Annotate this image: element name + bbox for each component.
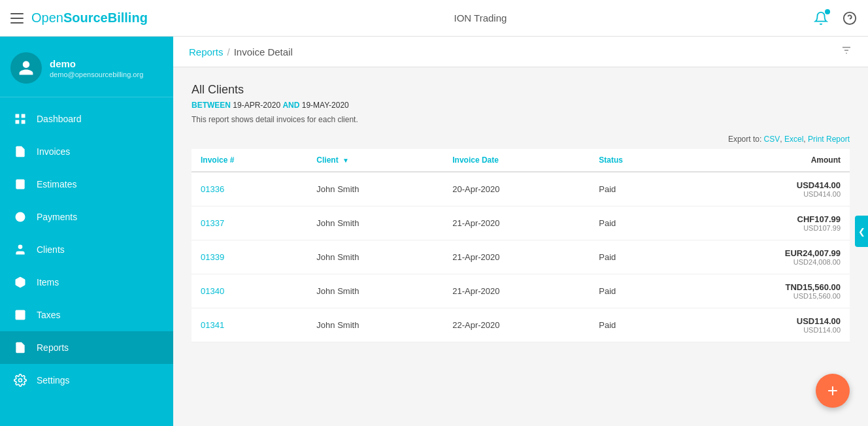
page-company-title: ION Trading bbox=[148, 12, 813, 24]
sidebar: demo demo@opensourcebilling.org Dashboar… bbox=[0, 37, 173, 426]
svg-rect-3 bbox=[22, 114, 25, 118]
sidebar-label-estimates: Estimates bbox=[37, 179, 76, 189]
invoice-date-cell: 21-Apr-2020 bbox=[443, 274, 590, 308]
invoice-date-cell: 20-Apr-2020 bbox=[443, 172, 590, 206]
notification-bell-icon[interactable] bbox=[813, 10, 829, 26]
sidebar-item-estimates[interactable]: Estimates bbox=[0, 168, 173, 201]
sidebar-label-invoices: Invoices bbox=[37, 146, 70, 157]
svg-point-13 bbox=[18, 245, 23, 250]
invoices-icon bbox=[13, 144, 27, 159]
main-content: Reports / Invoice Detail All Clients BET… bbox=[173, 37, 868, 426]
reports-icon bbox=[13, 340, 27, 355]
client-name-cell: John Smith bbox=[307, 206, 443, 240]
fab-add-button[interactable]: + bbox=[816, 374, 850, 408]
export-label: Export to: bbox=[728, 135, 761, 144]
sidebar-item-dashboard[interactable]: Dashboard bbox=[0, 103, 173, 135]
client-name-cell: John Smith bbox=[307, 308, 443, 342]
client-name-cell: John Smith bbox=[307, 172, 443, 206]
settings-icon bbox=[13, 373, 27, 387]
amount-cell: EUR24,007.99 USD24,008.00 bbox=[684, 240, 850, 274]
sidebar-label-dashboard: Dashboard bbox=[37, 114, 82, 124]
and-label: AND bbox=[282, 101, 299, 110]
status-cell: Paid bbox=[590, 172, 684, 206]
estimates-icon bbox=[13, 177, 27, 191]
sidebar-label-items: Items bbox=[37, 277, 59, 287]
col-header-client[interactable]: Client ▼ bbox=[307, 149, 443, 172]
breadcrumb-separator: / bbox=[227, 46, 230, 57]
status-cell: Paid bbox=[590, 308, 684, 342]
status-cell: Paid bbox=[590, 206, 684, 240]
side-panel-toggle[interactable]: ❮ bbox=[855, 216, 868, 247]
svg-rect-4 bbox=[16, 120, 20, 124]
amount-cell: CHF107.99 USD107.99 bbox=[684, 206, 850, 240]
sidebar-label-payments: Payments bbox=[37, 212, 77, 222]
breadcrumb-reports[interactable]: Reports bbox=[189, 46, 224, 57]
sidebar-label-taxes: Taxes bbox=[37, 310, 61, 320]
items-icon bbox=[13, 275, 27, 289]
taxes-icon bbox=[13, 308, 27, 322]
sidebar-item-taxes[interactable]: Taxes bbox=[0, 299, 173, 331]
report-description: This report shows detail invoices for ea… bbox=[192, 115, 850, 124]
avatar bbox=[10, 52, 42, 84]
sidebar-item-clients[interactable]: Clients bbox=[0, 233, 173, 266]
export-csv-link[interactable]: CSV bbox=[764, 135, 780, 144]
sidebar-item-settings[interactable]: Settings bbox=[0, 364, 173, 397]
breadcrumb: Reports / Invoice Detail bbox=[189, 46, 293, 57]
amount-cell: USD414.00 USD414.00 bbox=[684, 172, 850, 206]
export-print-link[interactable]: Print Report bbox=[808, 135, 850, 144]
invoice-number-cell[interactable]: 01340 bbox=[192, 274, 307, 308]
invoice-number-cell[interactable]: 01341 bbox=[192, 308, 307, 342]
filter-icon[interactable] bbox=[841, 44, 852, 59]
report-table: Invoice # Client ▼ Invoice Date Status A… bbox=[192, 149, 850, 342]
breadcrumb-current-page: Invoice Detail bbox=[234, 46, 293, 57]
amount-cell: TND15,560.00 USD15,560.00 bbox=[684, 274, 850, 308]
help-icon[interactable] bbox=[842, 10, 858, 26]
invoice-number-cell[interactable]: 01336 bbox=[192, 172, 307, 206]
brand-bold: SourceBilling bbox=[63, 10, 148, 25]
table-row: 01339 John Smith 21-Apr-2020 Paid EUR24,… bbox=[192, 240, 850, 274]
notification-badge bbox=[825, 9, 830, 14]
content-header: Reports / Invoice Detail bbox=[173, 37, 868, 67]
top-navbar: OpenSourceBilling ION Trading bbox=[0, 0, 868, 37]
payments-icon bbox=[13, 210, 27, 224]
client-name-cell: John Smith bbox=[307, 274, 443, 308]
table-row: 01336 John Smith 20-Apr-2020 Paid USD414… bbox=[192, 172, 850, 206]
svg-rect-5 bbox=[22, 120, 25, 124]
invoice-date-cell: 22-Apr-2020 bbox=[443, 308, 590, 342]
sort-icon: ▼ bbox=[342, 157, 349, 164]
table-row: 01341 John Smith 22-Apr-2020 Paid USD114… bbox=[192, 308, 850, 342]
hamburger-menu-icon[interactable] bbox=[10, 13, 24, 24]
brand-logo: OpenSourceBilling bbox=[31, 10, 148, 25]
status-cell: Paid bbox=[590, 240, 684, 274]
dashboard-icon bbox=[13, 112, 27, 126]
sidebar-item-reports[interactable]: Reports bbox=[0, 331, 173, 364]
sidebar-item-payments[interactable]: Payments bbox=[0, 201, 173, 233]
profile-email: demo@opensourcebilling.org bbox=[50, 71, 143, 78]
invoice-date-cell: 21-Apr-2020 bbox=[443, 206, 590, 240]
export-excel-link[interactable]: Excel bbox=[784, 135, 803, 144]
export-row: Export to: CSV, Excel, Print Report bbox=[192, 135, 850, 144]
invoice-number-cell[interactable]: 01337 bbox=[192, 206, 307, 240]
col-header-invoice: Invoice # bbox=[192, 149, 307, 172]
svg-rect-2 bbox=[16, 114, 20, 118]
svg-rect-8 bbox=[16, 180, 24, 189]
sidebar-profile: demo demo@opensourcebilling.org bbox=[0, 37, 173, 97]
profile-name: demo bbox=[50, 58, 143, 69]
client-name-cell: John Smith bbox=[307, 240, 443, 274]
col-header-amount: Amount bbox=[684, 149, 850, 172]
between-label: BETWEEN bbox=[192, 101, 231, 110]
col-header-date: Invoice Date bbox=[443, 149, 590, 172]
svg-rect-14 bbox=[16, 310, 25, 320]
sidebar-label-clients: Clients bbox=[37, 244, 65, 255]
amount-cell: USD114.00 USD114.00 bbox=[684, 308, 850, 342]
sidebar-item-invoices[interactable]: Invoices bbox=[0, 135, 173, 168]
invoice-date-cell: 21-Apr-2020 bbox=[443, 240, 590, 274]
brand-open: Open bbox=[31, 10, 63, 25]
col-header-status: Status bbox=[590, 149, 684, 172]
sidebar-item-items[interactable]: Items bbox=[0, 266, 173, 299]
sidebar-navigation: Dashboard Invoices Estimates bbox=[0, 97, 173, 402]
status-cell: Paid bbox=[590, 274, 684, 308]
invoice-number-cell[interactable]: 01339 bbox=[192, 240, 307, 274]
date-end: 19-MAY-2020 bbox=[302, 101, 349, 110]
sidebar-label-reports: Reports bbox=[37, 342, 69, 353]
